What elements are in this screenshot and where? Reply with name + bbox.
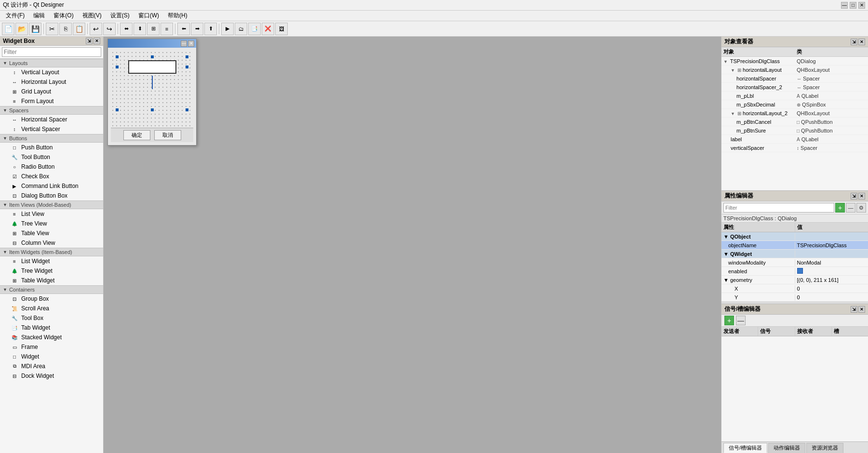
menu-help[interactable]: 帮助(H) [164, 11, 191, 21]
widget-filter-input[interactable] [2, 47, 101, 57]
tree-row-4[interactable]: m_pLbl A QLabel [721, 92, 868, 100]
prop-filter-input[interactable] [723, 203, 834, 213]
widget-tree-view[interactable]: 🌲 Tree View [0, 219, 103, 228]
prop-editor-float[interactable]: ⇲ [851, 193, 857, 200]
category-item-widgets[interactable]: ▼ Item Widgets (Item-Based) [0, 248, 103, 256]
maximize-btn[interactable]: □ [850, 2, 856, 9]
tree-row-2[interactable]: horizontalSpacer ↔ Spacer [721, 74, 868, 83]
menu-edit[interactable]: 编辑 [29, 11, 49, 21]
widget-widget[interactable]: □ Widget [0, 352, 103, 361]
menu-form[interactable]: 窗体(O) [50, 11, 77, 21]
prop-row-enabled[interactable]: enabled [721, 267, 868, 276]
signal-add-btn[interactable]: + [724, 316, 734, 325]
menu-settings[interactable]: 设置(S) [107, 11, 134, 21]
widget-push-button[interactable]: □ Push Button [0, 143, 103, 152]
prop-add-btn[interactable]: + [835, 203, 845, 213]
prop-row-modality[interactable]: windowModality NonModal [721, 258, 868, 267]
toolbar-layout-grid[interactable]: ⊞ [147, 23, 160, 35]
toolbar-resources[interactable]: 🗂 [235, 23, 247, 35]
prop-row-x[interactable]: X 0 [721, 284, 868, 293]
toolbar-undo[interactable]: ↩ [90, 23, 102, 35]
widget-form-layout[interactable]: ≡ Form Layout [0, 96, 103, 106]
widget-scroll-area[interactable]: 📜 Scroll Area [0, 304, 103, 313]
widget-group-box[interactable]: ⊡ Group Box [0, 294, 103, 304]
signal-remove-btn[interactable]: — [736, 316, 746, 325]
toolbar-redo[interactable]: ↪ [103, 23, 116, 35]
prop-row-y[interactable]: Y 0 [721, 293, 868, 302]
widget-tool-box[interactable]: 🔧 Tool Box [0, 313, 103, 323]
tree-row-3[interactable]: horizontalSpacer_2 ↔ Spacer [721, 83, 868, 92]
toolbar-open[interactable]: 📂 [15, 23, 28, 35]
obj-inspector-close[interactable]: ✕ [858, 39, 865, 45]
prop-cat-qobject[interactable]: ▼ QObject [721, 232, 868, 241]
widget-stacked-widget[interactable]: 📚 Stacked Widget [0, 333, 103, 342]
toolbar-layout-h[interactable]: ⬌ [120, 23, 133, 35]
menu-window[interactable]: 窗口(W) [134, 11, 163, 21]
widget-horizontal-layout[interactable]: ↔ Horizontal Layout [0, 77, 103, 87]
widget-tab-widget[interactable]: 📑 Tab Widget [0, 323, 103, 333]
widget-h-spacer[interactable]: ↔ Horizontal Spacer [0, 115, 103, 124]
tab-resource-browser[interactable]: 资源浏览器 [806, 443, 843, 453]
enabled-checkbox[interactable] [797, 268, 803, 274]
toolbar-align-left[interactable]: ⬅ [177, 23, 190, 35]
prop-settings-btn[interactable]: ⚙ [856, 203, 866, 213]
widget-box-float-btn[interactable]: ⇲ [86, 38, 93, 44]
center-canvas[interactable]: — ✕ [104, 37, 721, 453]
toolbar-paste[interactable]: 📋 [73, 23, 85, 35]
toolbar-extra1[interactable]: 📑 [248, 23, 261, 35]
tree-row-1[interactable]: ▼ ⊞ horizontalLayout QHBoxLayout [721, 66, 868, 74]
category-layouts[interactable]: ▼ Layouts [0, 59, 103, 67]
form-dotted-area[interactable] [111, 51, 193, 128]
toolbar-align-top[interactable]: ⬆ [204, 23, 217, 35]
form-input-widget[interactable] [128, 60, 176, 74]
toolbar-align-right[interactable]: ➡ [191, 23, 203, 35]
prop-row-geometry[interactable]: ▼ geometry [(0, 0), 211 x 161] [721, 276, 868, 284]
widget-table-widget[interactable]: ⊞ Table Widget [0, 276, 103, 285]
tree-row-7[interactable]: m_pBtnCancel □ QPushButton [721, 118, 868, 126]
widget-tree-widget[interactable]: 🌲 Tree Widget [0, 266, 103, 276]
widget-table-view[interactable]: ⊞ Table View [0, 228, 103, 238]
widget-command-link[interactable]: ▶ Command Link Button [0, 181, 103, 191]
tree-row-6[interactable]: ▼ ⊞ horizontalLayout_2 QHBoxLayout [721, 109, 868, 118]
category-item-views[interactable]: ▼ Item Views (Model-Based) [0, 200, 103, 209]
minimize-btn[interactable]: — [841, 2, 848, 9]
form-close-btn[interactable]: ✕ [188, 40, 194, 47]
tree-row-0[interactable]: ▼ TSPrecisionDlgClass QDialog [721, 57, 868, 66]
tree-row-5[interactable]: m_pSbxDecimal ⊕ QSpinBox [721, 100, 868, 109]
widget-frame[interactable]: ▭ Frame [0, 342, 103, 352]
toolbar-save[interactable]: 💾 [29, 23, 41, 35]
close-btn[interactable]: ✕ [858, 2, 865, 9]
form-minimize-btn[interactable]: — [181, 40, 187, 47]
widget-check-box[interactable]: ☑ Check Box [0, 172, 103, 181]
form-confirm-btn[interactable]: 确定 [123, 130, 150, 140]
obj-inspector-float[interactable]: ⇲ [851, 39, 857, 45]
menu-view[interactable]: 视图(V) [79, 11, 106, 21]
widget-tool-button[interactable]: 🔧 Tool Button [0, 152, 103, 162]
toolbar-extra3[interactable]: 🖼 [275, 23, 288, 35]
menu-file[interactable]: 文件(F) [2, 11, 28, 21]
widget-dock-widget[interactable]: ⊟ Dock Widget [0, 371, 103, 381]
form-cancel-btn[interactable]: 取消 [154, 130, 181, 140]
widget-v-spacer[interactable]: ↕ Vertical Spacer [0, 124, 103, 134]
toolbar-layout-v[interactable]: ⬍ [134, 23, 146, 35]
prop-editor-close[interactable]: ✕ [858, 193, 865, 200]
toolbar-preview[interactable]: ▶ [221, 23, 234, 35]
tab-action-editor[interactable]: 动作编辑器 [768, 443, 805, 453]
widget-vertical-layout[interactable]: ↕ Vertical Layout [0, 67, 103, 77]
category-spacers[interactable]: ▼ Spacers [0, 106, 103, 115]
widget-radio-button[interactable]: ○ Radio Button [0, 162, 103, 172]
toolbar-new[interactable]: 📄 [2, 23, 14, 35]
prop-cat-qwidget[interactable]: ▼ QWidget [721, 250, 868, 258]
toolbar-layout-form[interactable]: ≡ [160, 23, 173, 35]
toolbar-cut[interactable]: ✂ [46, 23, 58, 35]
tab-signal-slot[interactable]: 信号/槽编辑器 [723, 443, 767, 453]
widget-box-close-btn[interactable]: ✕ [93, 38, 100, 44]
tree-row-9[interactable]: label A QLabel [721, 135, 868, 144]
signal-editor-float[interactable]: ⇲ [851, 306, 857, 313]
category-buttons[interactable]: ▼ Buttons [0, 134, 103, 143]
widget-grid-layout[interactable]: ⊞ Grid Layout [0, 87, 103, 96]
widget-mdi-area[interactable]: ⧉ MDI Area [0, 361, 103, 371]
widget-list-widget[interactable]: ≡ List Widget [0, 256, 103, 266]
prop-row-objectname[interactable]: objectName TSPrecisionDlgClass [721, 241, 868, 250]
widget-list-view[interactable]: ≡ List View [0, 209, 103, 219]
